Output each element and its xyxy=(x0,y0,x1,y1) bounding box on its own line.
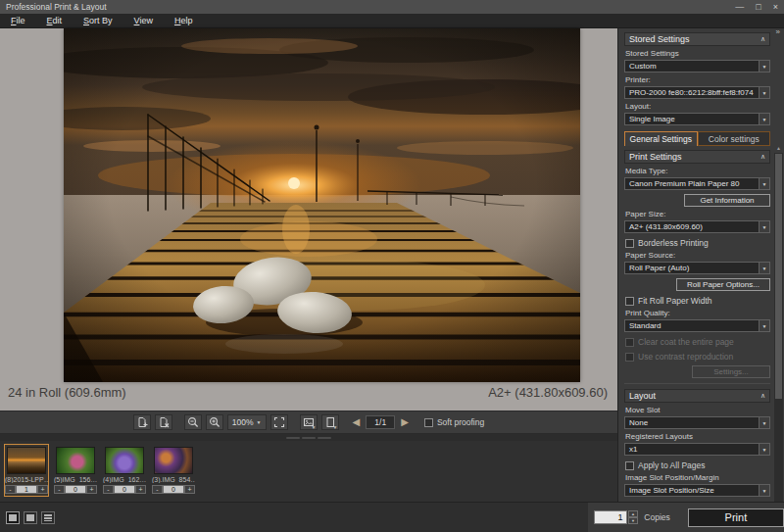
app-window: Professional Print & Layout — □ × File E… xyxy=(0,0,784,532)
view-mode-single-button[interactable] xyxy=(6,511,20,524)
section-divider xyxy=(624,383,770,384)
print-button[interactable]: Print xyxy=(688,508,784,527)
layout-dropdown[interactable]: Single Image ▼ xyxy=(624,113,770,125)
thumbnail-label: (3).IMG_854… xyxy=(152,476,195,483)
borderless-printing-checkbox[interactable] xyxy=(625,239,634,248)
zoom-in-button[interactable] xyxy=(206,414,223,430)
copies-decrement-button[interactable]: - xyxy=(152,485,163,494)
printer-dropdown[interactable]: PRO-2000 fe80::6212:8bff:fef8:f074 ▼ xyxy=(624,86,770,99)
thumbnail-image[interactable] xyxy=(105,447,144,474)
layout-view-button[interactable]: ▼ xyxy=(321,414,339,430)
copies-decrement-button[interactable]: - xyxy=(54,485,65,494)
copies-decrement-button[interactable]: - xyxy=(103,485,114,494)
collapse-arrow-icon[interactable]: ∧ xyxy=(760,153,765,161)
fit-to-window-button[interactable] xyxy=(270,414,288,430)
chevron-down-icon: ▼ xyxy=(759,87,769,98)
thumbnail-splitter[interactable] xyxy=(0,434,617,441)
collapse-arrow-icon[interactable]: ∧ xyxy=(760,392,765,400)
chevron-down-icon: ▼ xyxy=(759,221,769,232)
view-mode-split-button[interactable] xyxy=(24,511,37,524)
panel-collapse-icon[interactable]: » xyxy=(776,27,780,36)
spin-down-icon[interactable]: ▼ xyxy=(628,517,639,524)
view-mode-bar xyxy=(0,502,617,532)
copies-input[interactable]: 1 xyxy=(594,510,627,524)
spin-up-icon[interactable]: ▲ xyxy=(628,510,639,517)
image-view-button[interactable]: ▼ xyxy=(300,414,318,430)
thumbnail-image[interactable] xyxy=(154,447,193,474)
apply-all-pages-label: Apply to All Pages xyxy=(638,460,706,470)
soft-proofing-checkbox[interactable] xyxy=(424,418,433,427)
chevron-down-icon: ▼ xyxy=(333,424,338,430)
print-quality-dropdown[interactable]: Standard ▼ xyxy=(624,319,770,332)
maximize-icon[interactable]: □ xyxy=(756,3,760,12)
copies-stepper[interactable]: ▲ ▼ xyxy=(628,510,639,524)
thumbnail-label: (4)IMG_162… xyxy=(103,476,146,483)
add-page-button[interactable] xyxy=(133,414,151,430)
layout-label: Layout: xyxy=(625,102,770,111)
fit-roll-width-checkbox[interactable] xyxy=(625,297,634,306)
stored-settings-header[interactable]: Stored Settings ∧ xyxy=(624,32,770,46)
menu-file[interactable]: File xyxy=(0,15,36,27)
zoom-in-icon xyxy=(209,416,220,428)
registered-layouts-label: Registered Layouts xyxy=(625,432,770,441)
chevron-down-icon: ▼ xyxy=(257,419,262,425)
preview-photo[interactable] xyxy=(64,28,580,382)
print-settings-header[interactable]: Print Settings ∧ xyxy=(624,150,770,164)
menu-help[interactable]: Help xyxy=(164,15,204,27)
apply-all-pages-checkbox[interactable] xyxy=(625,461,634,470)
thumbnail-copies-stepper: - 0 + xyxy=(152,485,195,494)
contrast-reproduction-row: Use contrast reproduction xyxy=(625,352,770,362)
stored-settings-dropdown[interactable]: Custom ▼ xyxy=(624,60,770,73)
tab-color-settings[interactable]: Color settings xyxy=(698,131,771,146)
delete-page-button[interactable] xyxy=(155,414,172,430)
chevron-down-icon: ▼ xyxy=(759,178,769,189)
media-type-dropdown[interactable]: Canon Premium Plain Paper 80 ▼ xyxy=(624,177,770,190)
collapse-arrow-icon[interactable]: ∧ xyxy=(760,35,765,43)
chevron-down-icon: ▼ xyxy=(759,61,769,72)
paper-size-label: Paper Size: xyxy=(625,210,770,218)
registered-layouts-dropdown[interactable]: x1 ▼ xyxy=(624,443,770,456)
copies-increment-button[interactable]: + xyxy=(86,485,97,494)
thumbnail-copies-stepper: - 0 + xyxy=(54,485,97,494)
thumbnail-item[interactable]: (5)IMG_156… - 0 + xyxy=(53,444,98,497)
zoom-out-button[interactable] xyxy=(184,414,202,430)
menu-sort-by[interactable]: Sort By xyxy=(73,15,123,27)
tab-general-settings[interactable]: General Settings xyxy=(624,131,698,146)
next-page-button[interactable]: ▶ xyxy=(399,414,411,430)
copies-increment-button[interactable]: + xyxy=(184,485,195,494)
move-slot-dropdown[interactable]: None ▼ xyxy=(624,416,770,429)
split-view-icon xyxy=(26,514,34,521)
thumbnail-item[interactable]: (4)IMG_162… - 0 + xyxy=(102,444,147,497)
view-mode-list-button[interactable] xyxy=(41,511,55,524)
zoom-level-value: 100% xyxy=(232,417,254,427)
paper-size-dropdown[interactable]: A2+ (431.80x609.60) ▼ xyxy=(624,220,770,233)
thumbnail-image[interactable] xyxy=(56,447,95,474)
borderless-printing-label: Borderless Printing xyxy=(638,238,709,248)
close-icon[interactable]: × xyxy=(773,3,778,12)
roll-paper-options-button[interactable]: Roll Paper Options... xyxy=(676,278,770,291)
previous-page-button[interactable]: ◀ xyxy=(351,414,363,430)
menu-view[interactable]: View xyxy=(123,15,164,27)
layout-section-header[interactable]: Layout ∧ xyxy=(624,389,770,403)
get-information-button[interactable]: Get Information xyxy=(684,194,770,207)
copies-increment-button[interactable]: + xyxy=(135,485,146,494)
image-slot-dropdown[interactable]: Image Slot Position/Size ▼ xyxy=(624,484,770,497)
menu-edit[interactable]: Edit xyxy=(36,15,74,27)
copies-increment-button[interactable]: + xyxy=(37,485,48,494)
minimize-icon[interactable]: — xyxy=(735,3,744,12)
copies-value: 0 xyxy=(65,485,86,494)
paper-source-dropdown[interactable]: Roll Paper (Auto) ▼ xyxy=(624,262,770,274)
zoom-level-dropdown[interactable]: 100% ▼ xyxy=(227,414,267,430)
thumbnail-image[interactable] xyxy=(7,447,46,474)
thumbnail-item[interactable]: (8)2015-LPP… - 1 + xyxy=(4,444,49,497)
page-delete-icon xyxy=(158,416,170,428)
scroll-up-icon[interactable]: ▲ xyxy=(774,144,783,153)
borderless-printing-row: Borderless Printing xyxy=(625,238,770,248)
panel-scrollbar[interactable]: ▲ ▼ xyxy=(774,144,783,526)
thumbnail-copies-stepper: - 0 + xyxy=(103,485,146,494)
menu-bar: File Edit Sort By View Help xyxy=(0,15,784,28)
scrollbar-thumb[interactable] xyxy=(775,154,782,399)
copies-decrement-button[interactable]: - xyxy=(5,485,16,494)
settings-button: Settings... xyxy=(692,365,770,378)
thumbnail-item[interactable]: (3).IMG_854… - 0 + xyxy=(151,444,196,497)
